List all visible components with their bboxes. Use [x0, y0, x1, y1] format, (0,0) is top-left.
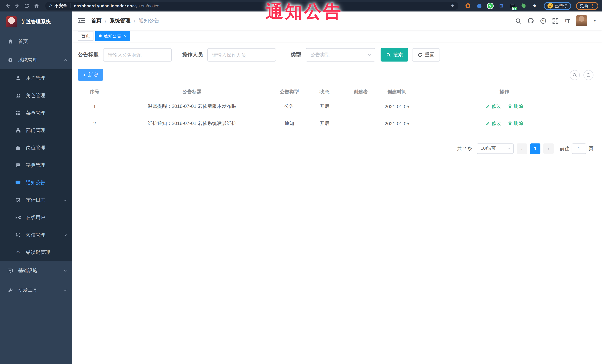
sidebar-item-label: 角色管理 — [26, 92, 67, 99]
address-bar[interactable]: ⚠ 不安全 dashboard.yudao.iocoder.cn /system… — [45, 2, 458, 10]
sidebar-item-label: 首页 — [18, 38, 67, 45]
sidebar-item-user-management[interactable]: 用户管理 — [0, 69, 72, 87]
col-status: 状态 — [306, 86, 343, 98]
sidebar-item-label: 审计日志 — [26, 197, 64, 203]
sidebar-item-sms-management[interactable]: 短信管理 — [0, 226, 72, 244]
add-button[interactable]: + 新增 — [78, 69, 103, 81]
extension-grid-icon[interactable]: ⊞ — [498, 2, 505, 9]
type-label: 类型 — [291, 52, 301, 58]
svg-text:?: ? — [542, 19, 544, 23]
extension-green-check-icon[interactable]: v — [487, 2, 494, 9]
hamburger-icon[interactable] — [78, 17, 85, 24]
chevron-down-icon — [64, 198, 67, 202]
page-size-select[interactable]: 10条/页 — [477, 143, 514, 154]
reset-button[interactable]: 重置 — [412, 48, 440, 62]
col-title: 公告标题 — [111, 86, 273, 98]
cell-created: 2021-01-05 — [378, 98, 415, 115]
sidebar-item-infrastructure[interactable]: 基础设施 — [0, 261, 72, 280]
extension-leaf-icon[interactable] — [520, 2, 527, 9]
extension-orange-icon[interactable] — [465, 2, 471, 9]
col-actions: 操作 — [415, 86, 593, 98]
extension-blue-drop-icon[interactable] — [476, 2, 482, 9]
table-row: 2 维护通知：2018-07-01 若依系统凌晨维护 通知 开启 2021-01… — [78, 115, 593, 132]
col-creator: 创建者 — [343, 86, 378, 98]
profile-status-label: 已暂停 — [555, 3, 568, 9]
goto-page-input[interactable] — [572, 143, 586, 154]
sidebar-item-label: 在线用户 — [26, 214, 67, 221]
header-search-icon[interactable] — [516, 18, 522, 24]
help-icon[interactable]: ? — [540, 18, 547, 24]
delete-link[interactable]: 删除 — [508, 103, 523, 110]
security-label: 不安全 — [54, 3, 67, 9]
plus-icon: + — [83, 72, 86, 78]
tag-home[interactable]: 首页 — [78, 31, 94, 41]
type-select[interactable]: 公告类型 — [306, 48, 375, 62]
sidebar-item-dev-tools[interactable]: 研发工具 — [0, 280, 72, 300]
sidebar-filler — [0, 300, 72, 364]
sidebar-item-audit-log[interactable]: 审计日志 — [0, 191, 72, 209]
table-right-tools — [570, 70, 593, 80]
security-warning-icon: ⚠ — [49, 3, 53, 8]
user-avatar[interactable] — [576, 15, 587, 26]
bookmark-star-icon[interactable]: ★ — [451, 3, 455, 8]
prev-page-button[interactable]: ‹ — [517, 143, 527, 154]
sidebar-item-role-management[interactable]: 角色管理 — [0, 87, 72, 104]
edit-link[interactable]: 修改 — [485, 120, 501, 127]
log-edit-icon — [15, 197, 21, 203]
sidebar-item-errorcode-management[interactable]: </> 错误码管理 — [0, 244, 72, 261]
main-area: 首页 / 系统管理 / 通知公告 ? — [72, 11, 602, 364]
notice-title-input[interactable] — [103, 48, 172, 62]
extension-star-icon[interactable]: ★ — [531, 2, 538, 9]
chevron-down-icon — [507, 146, 511, 150]
chevron-up-icon — [64, 58, 67, 62]
sidebar-item-online-users[interactable]: 在线用户 — [0, 209, 72, 226]
tools-icon — [7, 287, 13, 293]
operator-input[interactable] — [207, 48, 276, 62]
github-icon[interactable] — [528, 17, 534, 24]
edit-link[interactable]: 修改 — [485, 103, 501, 110]
operator-label: 操作人员 — [182, 52, 203, 58]
sidebar-logo-row[interactable]: 芋道管理系统 — [0, 11, 72, 32]
sidebar-item-home[interactable]: 首页 — [0, 32, 72, 51]
sidebar-item-label: 研发工具 — [18, 287, 64, 294]
cell-type: 通知 — [273, 115, 306, 132]
fullscreen-icon[interactable] — [552, 18, 559, 24]
sidebar-item-notice[interactable]: 通知公告 — [0, 174, 72, 191]
font-size-icon[interactable]: TT — [565, 18, 570, 23]
sidebar-item-system-management[interactable]: 系统管理 — [0, 51, 72, 69]
extension-list-on-icon[interactable]: on — [509, 2, 516, 9]
home-icon[interactable] — [33, 2, 40, 10]
browser-update-button[interactable]: 更新 ⋮ — [576, 2, 598, 10]
sidebar-item-menu-management[interactable]: 菜单管理 — [0, 104, 72, 122]
user-icon — [15, 75, 21, 81]
breadcrumb-system[interactable]: 系统管理 — [110, 17, 130, 24]
reload-icon[interactable] — [23, 2, 30, 10]
chevron-down-icon — [64, 233, 67, 237]
browser-profile-button[interactable]: 已暂停 — [544, 2, 571, 10]
breadcrumb-home[interactable]: 首页 — [91, 17, 102, 24]
online-users-icon — [15, 215, 21, 220]
cell-creator — [343, 115, 378, 132]
avatar-caret-icon[interactable]: ▼ — [593, 19, 596, 23]
search-button[interactable]: 搜索 — [381, 48, 408, 62]
sidebar-item-department-management[interactable]: 部门管理 — [0, 122, 72, 139]
sidebar-item-label: 岗位管理 — [26, 144, 67, 151]
page-1-button[interactable]: 1 — [530, 143, 540, 154]
tag-close-icon[interactable]: × — [124, 33, 127, 38]
chevron-down-icon — [64, 269, 67, 272]
sidebar-item-dict-management[interactable]: 字典管理 — [0, 156, 72, 174]
monitor-icon — [7, 268, 13, 273]
tag-notice-active[interactable]: 通知公告 × — [95, 31, 130, 41]
refresh-button[interactable] — [583, 70, 593, 80]
browser-menu-icon[interactable]: ⋮ — [590, 3, 595, 8]
sidebar-item-post-management[interactable]: 岗位管理 — [0, 139, 72, 156]
sidebar-item-label: 基础设施 — [18, 267, 64, 274]
forward-icon[interactable] — [13, 2, 21, 10]
delete-link[interactable]: 删除 — [508, 120, 523, 127]
cell-status: 开启 — [306, 98, 343, 115]
shield-check-icon — [15, 232, 21, 238]
next-page-button[interactable]: › — [543, 143, 554, 154]
toggle-search-button[interactable] — [570, 70, 580, 80]
page-content: 公告标题 操作人员 类型 公告类型 搜索 — [72, 42, 602, 364]
back-icon[interactable] — [4, 2, 11, 10]
